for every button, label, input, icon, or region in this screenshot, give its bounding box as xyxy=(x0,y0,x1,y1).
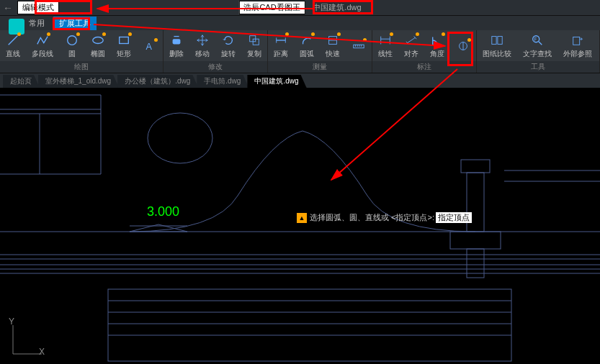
dimension-value: 3.000 xyxy=(147,204,179,219)
tab-file-1[interactable]: 室外楼梯_1_old.dwg xyxy=(38,75,119,88)
tool-polyline[interactable]: 多段线 xyxy=(26,30,59,61)
title-bar: ← 编辑模式 浩辰CAD看图王 - 中国建筑.dwg xyxy=(0,0,600,16)
circle-icon xyxy=(65,33,79,47)
tool-move[interactable]: 移动 xyxy=(189,30,215,61)
search-icon: F xyxy=(530,33,545,47)
svg-rect-13 xyxy=(354,45,364,47)
drawing-canvas[interactable]: 3.000 ▲ 选择圆弧、圆、直线或 <指定顶点>: 指定顶点 Y X xyxy=(0,88,600,364)
svg-rect-5 xyxy=(173,39,181,44)
ribbon-group-measure: 距离 圆弧 快速 测量 xyxy=(268,30,372,73)
svg-rect-26 xyxy=(492,36,496,44)
tab-file-4[interactable]: 中国建筑.dwg xyxy=(247,75,306,88)
group-label-annotate: 标注 xyxy=(372,61,476,73)
svg-rect-27 xyxy=(498,36,502,44)
document-tabs: 起始页 室外楼梯_1_old.dwg 办公楼（建筑）.dwg 手电筒.dwg 中… xyxy=(0,73,600,88)
rotate-icon xyxy=(221,33,236,47)
ribbon: 直线 多段线 圆 椭圆 矩形 A 绘图 删除 移动 旋转 复制 修改 距离 圆弧… xyxy=(0,30,600,73)
group-label-draw: 绘图 xyxy=(0,61,163,73)
ribbon-group-draw: 直线 多段线 圆 椭圆 矩形 A 绘图 xyxy=(0,30,164,73)
tool-aligned[interactable]: 对齐 xyxy=(398,30,424,61)
svg-rect-3 xyxy=(120,37,129,43)
line-icon xyxy=(6,33,20,47)
ruler-icon xyxy=(352,39,366,53)
tool-annotate-more[interactable] xyxy=(450,30,476,61)
drawing-content xyxy=(0,88,600,364)
annotate-icon xyxy=(456,39,470,53)
prompt-input[interactable]: 指定顶点 xyxy=(436,212,472,223)
tool-line[interactable]: 直线 xyxy=(0,30,26,61)
compare-icon xyxy=(490,33,504,47)
tool-rectangle[interactable]: 矩形 xyxy=(111,30,137,61)
edit-mode-button[interactable]: 编辑模式 xyxy=(17,1,59,14)
linear-dim-icon xyxy=(378,33,393,47)
prompt-icon: ▲ xyxy=(297,213,307,223)
tool-rotate[interactable]: 旋转 xyxy=(215,30,241,61)
svg-point-2 xyxy=(93,37,103,43)
tool-measure-more[interactable] xyxy=(346,30,372,61)
back-arrow-icon[interactable]: ← xyxy=(3,2,13,14)
tool-ellipse[interactable]: 椭圆 xyxy=(85,30,111,61)
svg-line-0 xyxy=(9,35,18,45)
svg-rect-52 xyxy=(108,289,511,361)
group-label-modify: 修改 xyxy=(164,61,267,73)
polyline-icon xyxy=(35,33,50,47)
tool-linear[interactable]: 线性 xyxy=(372,30,398,61)
svg-text:F: F xyxy=(534,36,537,41)
tab-file-2[interactable]: 办公楼（建筑）.dwg xyxy=(117,75,198,88)
group-label-measure: 测量 xyxy=(268,61,372,73)
svg-rect-43 xyxy=(450,232,501,249)
ribbon-group-annotate: 线性 对齐 角度 标注 xyxy=(372,30,477,73)
copy-icon xyxy=(247,33,261,47)
ellipse-icon xyxy=(91,33,105,47)
svg-rect-31 xyxy=(573,37,580,45)
ribbon-group-modify: 删除 移动 旋转 复制 修改 xyxy=(164,30,268,73)
rectangle-icon xyxy=(117,33,131,47)
tool-xref[interactable]: 外部参照 xyxy=(558,30,598,61)
tab-file-3[interactable]: 手电筒.dwg xyxy=(197,75,248,88)
move-icon xyxy=(195,33,210,47)
app-name: 浩辰CAD看图王 xyxy=(238,1,305,14)
tool-angle[interactable]: 角度 xyxy=(424,30,450,61)
tool-circle[interactable]: 圆 xyxy=(59,30,85,61)
menu-bar: 常用 扩展工具 xyxy=(0,16,600,30)
erase-icon xyxy=(169,33,184,47)
title-file-name: - 中国建筑.dwg xyxy=(308,2,362,13)
svg-text:A: A xyxy=(146,41,153,51)
aligned-dim-icon xyxy=(404,33,418,47)
command-prompt[interactable]: ▲ 选择圆弧、圆、直线或 <指定顶点>: 指定顶点 xyxy=(297,212,472,223)
title-center: 浩辰CAD看图王 - 中国建筑.dwg xyxy=(238,1,361,14)
angle-dim-icon xyxy=(430,33,444,47)
distance-icon xyxy=(274,33,288,47)
ribbon-group-tools: 图纸比较 F文字查找 外部参照 工具 xyxy=(477,30,600,73)
svg-point-1 xyxy=(68,35,77,45)
quick-icon xyxy=(326,33,340,47)
tool-distance[interactable]: 距离 xyxy=(268,30,294,61)
menu-common[interactable]: 常用 xyxy=(29,18,45,29)
svg-point-39 xyxy=(148,113,212,163)
tab-start[interactable]: 起始页 xyxy=(3,75,40,88)
tool-erase[interactable]: 删除 xyxy=(164,30,189,61)
menu-extension-tools[interactable]: 扩展工具 xyxy=(53,17,97,30)
svg-rect-41 xyxy=(461,160,490,173)
tool-findtext[interactable]: F文字查找 xyxy=(517,30,558,61)
tool-compare[interactable]: 图纸比较 xyxy=(477,30,517,61)
tool-text[interactable]: A xyxy=(137,30,163,61)
tool-quick[interactable]: 快速 xyxy=(320,30,346,61)
arc-icon xyxy=(300,33,314,47)
tool-copy[interactable]: 复制 xyxy=(241,30,267,61)
tool-arc-measure[interactable]: 圆弧 xyxy=(294,30,320,61)
text-icon: A xyxy=(143,39,157,53)
prompt-text: 选择圆弧、圆、直线或 <指定顶点>: xyxy=(310,212,434,223)
svg-line-29 xyxy=(539,41,542,45)
svg-line-21 xyxy=(408,37,416,42)
xref-icon xyxy=(570,33,585,47)
group-label-tools: 工具 xyxy=(477,61,599,73)
